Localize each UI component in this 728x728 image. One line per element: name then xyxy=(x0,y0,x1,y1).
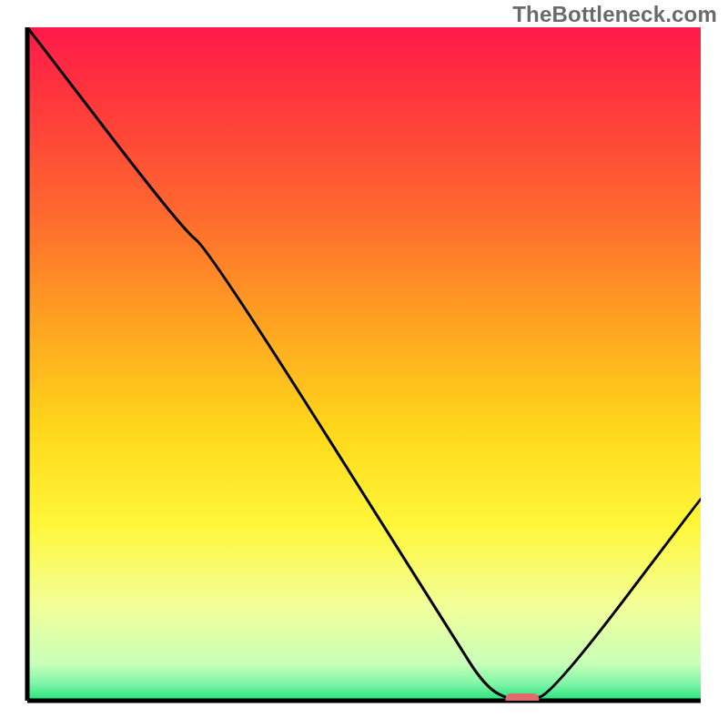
chart-frame: TheBottleneck.com xyxy=(0,0,728,728)
chart-svg xyxy=(0,0,728,728)
plot-background xyxy=(27,27,701,701)
optimal-marker xyxy=(505,693,539,706)
watermark-text: TheBottleneck.com xyxy=(512,2,717,27)
